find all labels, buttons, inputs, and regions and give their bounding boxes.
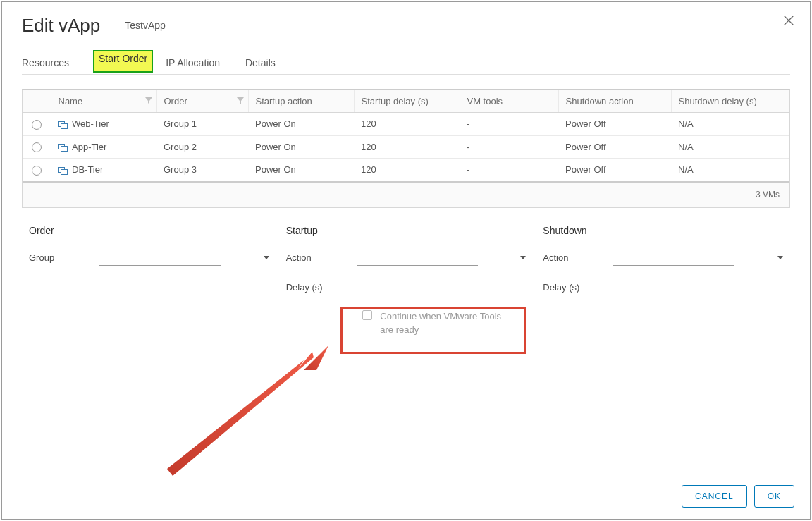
- cell-shutdown-action: Power Off: [558, 113, 671, 136]
- startup-action-select[interactable]: [357, 250, 478, 266]
- vm-icon: [58, 120, 68, 130]
- cell-vm-tools: -: [460, 135, 558, 159]
- vm-icon: [58, 166, 68, 176]
- tab-bar: Resources Start Order IP Allocation Deta…: [22, 51, 790, 75]
- cell-order: Group 2: [156, 135, 248, 159]
- title-divider: [113, 14, 113, 37]
- tab-start-order[interactable]: Start Order: [94, 51, 152, 71]
- svg-rect-5: [61, 169, 68, 174]
- svg-rect-1: [61, 123, 68, 128]
- cell-shutdown-action: Power Off: [558, 159, 671, 182]
- shutdown-section: Shutdown Action Delay (s): [543, 225, 786, 351]
- cell-shutdown-delay: N/A: [671, 113, 789, 136]
- col-shutdown-delay[interactable]: Shutdown delay (s): [671, 90, 789, 113]
- startup-delay-input[interactable]: [357, 280, 529, 295]
- cancel-button[interactable]: CANCEL: [682, 485, 747, 508]
- vm-table: Name Order Startup action Startup delay …: [22, 89, 790, 208]
- svg-rect-3: [61, 147, 68, 152]
- startup-delay-label: Delay (s): [286, 282, 357, 293]
- cell-vm-tools: -: [460, 159, 558, 182]
- startup-section-head: Startup: [286, 225, 529, 236]
- col-order-label: Order: [164, 96, 187, 106]
- cell-startup-action: Power On: [248, 159, 354, 182]
- row-radio[interactable]: [32, 142, 42, 152]
- shutdown-action-select[interactable]: [613, 250, 734, 266]
- table-header-row: Name Order Startup action Startup delay …: [23, 90, 789, 113]
- table-footer: 3 VMs: [23, 182, 789, 207]
- cell-startup-delay: 120: [354, 113, 460, 136]
- order-section: Order Group: [29, 225, 272, 351]
- cell-shutdown-action: Power Off: [558, 135, 671, 159]
- col-shutdown-action[interactable]: Shutdown action: [558, 90, 671, 113]
- filter-icon[interactable]: [145, 96, 152, 106]
- shutdown-action-label: Action: [543, 252, 613, 263]
- startup-action-label: Action: [286, 252, 357, 263]
- close-icon[interactable]: [783, 15, 794, 28]
- row-radio[interactable]: [32, 166, 42, 176]
- cell-name: App-Tier: [72, 142, 106, 152]
- vmtools-checkbox-wrap[interactable]: Continue when VMware Tools are ready: [362, 309, 515, 337]
- dialog-header: Edit vApp TestvApp: [2, 2, 810, 42]
- cell-startup-delay: 120: [354, 135, 460, 159]
- edit-vapp-dialog: Edit vApp TestvApp Resources Start Order…: [1, 1, 811, 520]
- col-startup-delay[interactable]: Startup delay (s): [354, 90, 460, 113]
- form-area: Order Group Startup Action Delay (s): [29, 225, 786, 351]
- col-vm-tools[interactable]: VM tools: [460, 90, 558, 113]
- cell-name: Web-Tier: [72, 118, 109, 129]
- dialog-buttons: CANCEL OK: [682, 485, 794, 508]
- shutdown-delay-label: Delay (s): [543, 282, 613, 293]
- dialog-subtitle: TestvApp: [125, 20, 166, 31]
- order-group-select[interactable]: [99, 250, 221, 266]
- cell-order: Group 3: [156, 159, 248, 182]
- col-order[interactable]: Order: [156, 90, 248, 113]
- filter-icon[interactable]: [237, 96, 244, 106]
- startup-section: Startup Action Delay (s) Continue when V…: [286, 225, 529, 351]
- shutdown-section-head: Shutdown: [543, 225, 786, 236]
- table-row[interactable]: App-TierGroup 2Power On120-Power OffN/A: [23, 135, 789, 159]
- col-name[interactable]: Name: [51, 90, 156, 113]
- cell-startup-action: Power On: [248, 113, 354, 136]
- cell-startup-delay: 120: [354, 159, 460, 182]
- col-name-label: Name: [59, 96, 83, 106]
- col-select: [23, 90, 51, 113]
- cell-shutdown-delay: N/A: [671, 135, 789, 159]
- row-radio[interactable]: [32, 120, 42, 130]
- ok-button[interactable]: OK: [754, 485, 794, 508]
- tab-details[interactable]: Details: [245, 51, 287, 74]
- tab-resources[interactable]: Resources: [22, 51, 80, 74]
- tab-ip-allocation[interactable]: IP Allocation: [166, 51, 231, 74]
- table-row[interactable]: Web-TierGroup 1Power On120-Power OffN/A: [23, 113, 789, 136]
- order-section-head: Order: [29, 225, 272, 236]
- shutdown-delay-input[interactable]: [613, 280, 786, 295]
- cell-shutdown-delay: N/A: [671, 159, 789, 182]
- table-row[interactable]: DB-TierGroup 3Power On120-Power OffN/A: [23, 159, 789, 182]
- svg-marker-6: [167, 352, 314, 476]
- vm-icon: [58, 142, 68, 152]
- vmtools-checkbox-label: Continue when VMware Tools are ready: [380, 309, 514, 337]
- cell-name: DB-Tier: [72, 164, 103, 175]
- dialog-title: Edit vApp: [22, 15, 113, 37]
- checkbox-icon[interactable]: [362, 310, 372, 320]
- col-startup-action[interactable]: Startup action: [248, 90, 354, 113]
- cell-startup-action: Power On: [248, 135, 354, 159]
- cell-order: Group 1: [156, 113, 248, 136]
- order-group-label: Group: [29, 252, 99, 263]
- cell-vm-tools: -: [460, 113, 558, 136]
